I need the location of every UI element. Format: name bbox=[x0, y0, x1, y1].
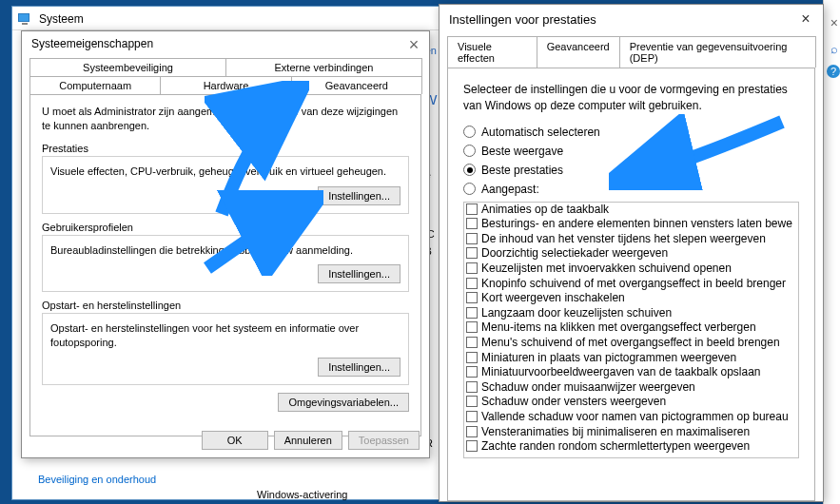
section-user-profiles-desc: Bureaubladinstellingen die betrekking he… bbox=[50, 243, 400, 258]
checkbox-option[interactable]: Keuzelijsten met invoervakken schuivend … bbox=[464, 262, 798, 277]
profiles-settings-button[interactable]: Instellingen... bbox=[318, 264, 400, 283]
perf-body: Selecteer de instellingen die u voor de … bbox=[447, 68, 815, 501]
radio-custom-label: Aangepast: bbox=[481, 183, 539, 196]
checkbox-icon bbox=[466, 233, 478, 244]
checkbox-icon bbox=[466, 204, 478, 215]
checkbox-option[interactable]: Kort weergeven inschakelen bbox=[464, 291, 798, 306]
cancel-button[interactable]: Annuleren bbox=[274, 431, 342, 450]
tab-computer-name[interactable]: Computernaam bbox=[29, 76, 161, 94]
radio-icon bbox=[463, 145, 476, 157]
tab-hardware[interactable]: Hardware bbox=[160, 76, 291, 94]
performance-settings-button[interactable]: Instellingen... bbox=[318, 186, 400, 205]
radio-icon bbox=[463, 183, 476, 195]
checkbox-label: Zachte randen rondom schermlettertypen w… bbox=[481, 439, 750, 455]
search-icon[interactable]: ⌕ bbox=[830, 42, 838, 56]
checkbox-option[interactable]: Schaduw onder muisaanwijzer weergeven bbox=[464, 380, 798, 396]
checkbox-icon bbox=[466, 440, 478, 452]
checkbox-icon bbox=[466, 262, 478, 274]
section-user-profiles: Gebruikersprofielen Bureaubladinstelling… bbox=[42, 222, 409, 293]
checkbox-label: Vensteranimaties bij minimaliseren en ma… bbox=[481, 425, 750, 440]
right-strip: × ⌕ ? bbox=[823, 0, 840, 504]
checkbox-label: Kort weergeven inschakelen bbox=[481, 291, 625, 306]
checkbox-icon bbox=[466, 411, 478, 422]
activation-label: Windows-activering bbox=[257, 489, 347, 500]
dialog-buttons: OK Annuleren Toepassen bbox=[202, 431, 420, 450]
performance-options-dialog: Instellingen voor prestaties × Visuele e… bbox=[439, 4, 824, 502]
system-window-title: Systeem bbox=[39, 12, 84, 26]
tabs: Systeembeveiliging Externe verbindingen … bbox=[29, 58, 421, 436]
tab-advanced[interactable]: Geavanceerd bbox=[291, 76, 422, 94]
system-properties-dialog: Systeemeigenschappen × Systeembeveiligin… bbox=[21, 30, 430, 458]
checkbox-label: Miniaturen in plaats van pictogrammen we… bbox=[481, 351, 736, 366]
checkbox-option[interactable]: Vensteranimaties bij minimaliseren en ma… bbox=[464, 425, 798, 440]
checkbox-icon bbox=[466, 381, 478, 393]
checkbox-option[interactable]: Animaties op de taakbalk bbox=[464, 203, 798, 218]
checkbox-label: Knopinfo schuivend of met overgangseffec… bbox=[481, 277, 786, 292]
radio-best-appearance-label: Beste weergave bbox=[481, 145, 563, 158]
system-properties-titlebar: Systeemeigenschappen × bbox=[22, 31, 429, 56]
checkbox-label: Vallende schaduw voor namen van pictogra… bbox=[481, 410, 789, 425]
section-startup-recovery: Opstart- en herstelinstellingen Opstart-… bbox=[42, 300, 409, 385]
checkbox-option[interactable]: Langzaam door keuzelijsten schuiven bbox=[464, 306, 798, 321]
checkbox-option[interactable]: Knopinfo schuivend of met overgangseffec… bbox=[464, 277, 798, 292]
visual-effects-list[interactable]: Animaties op de taakbalkBesturings- en a… bbox=[463, 202, 799, 458]
checkbox-icon bbox=[466, 292, 478, 303]
checkbox-option[interactable]: Menu-items na klikken met overgangseffec… bbox=[464, 320, 798, 336]
checkbox-icon bbox=[466, 396, 478, 407]
section-performance-desc: Visuele effecten, CPU-verbruik, geheugen… bbox=[50, 165, 400, 179]
radio-icon bbox=[463, 126, 476, 138]
startup-settings-button[interactable]: Instellingen... bbox=[318, 358, 400, 377]
tab-advanced[interactable]: Geavanceerd bbox=[537, 36, 620, 68]
perf-tabs: Visuele effecten Geavanceerd Preventie v… bbox=[447, 36, 815, 68]
checkbox-option[interactable]: Menu's schuivend of met overgangseffect … bbox=[464, 336, 798, 351]
environment-variables-button[interactable]: Omgevingsvariabelen... bbox=[278, 393, 409, 412]
checkbox-label: Menu-items na klikken met overgangseffec… bbox=[481, 320, 756, 336]
radio-custom[interactable]: Aangepast: bbox=[463, 183, 799, 196]
checkbox-option[interactable]: Schaduw onder vensters weergeven bbox=[464, 395, 798, 410]
tab-remote[interactable]: Externe verbindingen bbox=[225, 58, 422, 76]
checkbox-option[interactable]: Miniatuurvoorbeeldweergaven van de taakb… bbox=[464, 365, 798, 380]
checkbox-option[interactable]: Miniaturen in plaats van pictogrammen we… bbox=[464, 351, 798, 366]
tab-dep[interactable]: Preventie van gegevensuitvoering (DEP) bbox=[619, 36, 816, 68]
checkbox-icon bbox=[466, 218, 478, 229]
checkbox-option[interactable]: Doorzichtig selectiekader weergeven bbox=[464, 246, 798, 262]
security-link[interactable]: Beveiliging en onderhoud bbox=[38, 474, 156, 485]
section-performance-title: Prestaties bbox=[42, 143, 409, 154]
section-user-profiles-title: Gebruikersprofielen bbox=[42, 222, 409, 233]
perf-description: Selecteer de instellingen die u voor de … bbox=[463, 82, 799, 114]
apply-button[interactable]: Toepassen bbox=[348, 431, 420, 450]
checkbox-icon bbox=[466, 278, 478, 289]
checkbox-icon bbox=[466, 337, 478, 348]
checkbox-label: Animaties op de taakbalk bbox=[481, 203, 609, 218]
radio-best-appearance[interactable]: Beste weergave bbox=[463, 145, 799, 158]
help-icon[interactable]: ? bbox=[827, 65, 840, 78]
checkbox-label: Schaduw onder muisaanwijzer weergeven bbox=[481, 380, 695, 396]
checkbox-label: De inhoud van het venster tijdens het sl… bbox=[481, 232, 766, 247]
checkbox-icon bbox=[466, 247, 478, 259]
section-startup-recovery-title: Opstart- en herstelinstellingen bbox=[42, 300, 409, 311]
tab-visual-effects[interactable]: Visuele effecten bbox=[447, 36, 537, 68]
checkbox-label: Langzaam door keuzelijsten schuiven bbox=[481, 306, 672, 321]
tab-system-protection[interactable]: Systeembeveiliging bbox=[29, 58, 226, 76]
checkbox-label: Miniatuurvoorbeeldweergaven van de taakb… bbox=[481, 365, 761, 380]
checkbox-option[interactable]: Vallende schaduw voor namen van pictogra… bbox=[464, 410, 798, 425]
ok-button[interactable]: OK bbox=[202, 431, 268, 450]
monitor-icon bbox=[18, 11, 31, 25]
close-icon[interactable]: × bbox=[404, 35, 423, 55]
checkbox-option[interactable]: Besturings- en andere elementen binnen v… bbox=[464, 217, 798, 232]
checkbox-icon bbox=[466, 426, 478, 437]
checkbox-option[interactable]: De inhoud van het venster tijdens het sl… bbox=[464, 232, 798, 247]
radio-auto[interactable]: Automatisch selecteren bbox=[463, 126, 799, 139]
checkbox-label: Besturings- en andere elementen binnen v… bbox=[481, 217, 792, 232]
admin-note: U moet als Administrator zijn aangemeld … bbox=[42, 105, 409, 133]
checkbox-label: Schaduw onder vensters weergeven bbox=[481, 395, 666, 410]
section-startup-recovery-desc: Opstart- en herstelinstellingen voor het… bbox=[50, 321, 400, 350]
radio-best-performance-label: Beste prestaties bbox=[481, 164, 563, 177]
checkbox-option[interactable]: Zachte randen rondom schermlettertypen w… bbox=[464, 439, 798, 455]
close-icon[interactable]: × bbox=[830, 15, 838, 30]
radio-best-performance[interactable]: Beste prestaties bbox=[463, 164, 799, 177]
close-icon[interactable]: × bbox=[796, 10, 815, 28]
checkbox-label: Doorzichtig selectiekader weergeven bbox=[481, 246, 668, 262]
checkbox-icon bbox=[466, 321, 478, 333]
performance-options-title: Instellingen voor prestaties bbox=[449, 12, 596, 27]
